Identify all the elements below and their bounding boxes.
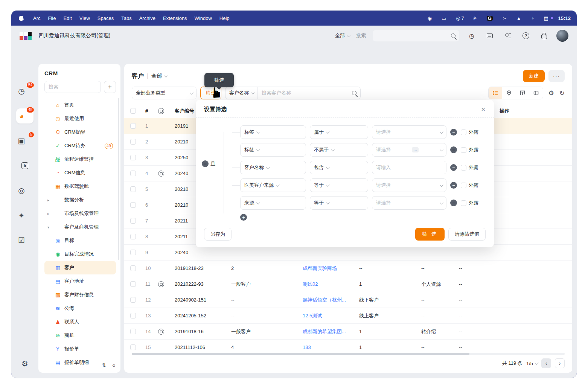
sidebar-item[interactable]: ▾ 客户及商机管理 [44,220,116,234]
expose-checkbox[interactable] [461,147,466,153]
sidebar-item[interactable]: ◔ CRM信息 [44,166,116,180]
menubar-item[interactable]: Spaces [94,14,117,22]
search-scope-select[interactable]: 全部 [335,32,349,39]
row-checkbox[interactable] [130,186,136,192]
and-connector[interactable]: − 且 [202,159,215,169]
menubar-status-icon[interactable]: ▭ [442,15,451,21]
menubar-item[interactable]: Tabs [117,14,135,22]
remove-condition-button[interactable]: − [450,200,457,206]
menubar-status-icon[interactable]: ◎ 7 [456,15,468,21]
row-checkbox[interactable] [130,171,136,176]
table-row[interactable]: 11 20210222-93 一般客户 测试02 1 个人资源 -- [124,276,572,292]
rail-item[interactable]: ◎ [16,183,34,198]
expose-toggle[interactable]: 外露 [461,182,486,189]
sidebar-item[interactable]: ⊚ 商机 [44,329,116,342]
expose-toggle[interactable]: 外露 [461,164,486,171]
rail-item[interactable]: ▣ 5 [16,133,34,148]
rail-item[interactable]: ◕ 49 [16,108,34,123]
remove-condition-button[interactable]: − [450,146,457,153]
more-button[interactable]: ··· [548,70,565,82]
row-checkbox[interactable] [130,155,136,160]
refresh-icon[interactable]: ↻ [559,89,565,97]
expose-checkbox[interactable] [461,183,466,188]
workbench-icon[interactable] [484,30,495,41]
column-settings-icon[interactable]: ⚙ [548,89,554,97]
new-button[interactable]: 新建 [523,70,545,82]
row-checkbox[interactable] [130,139,136,145]
row-checkbox[interactable] [130,123,136,129]
menubar-status-icon[interactable]: ▲ [516,15,526,21]
menubar-item[interactable]: Extensions [159,14,191,22]
menubar-item[interactable]: Arc [29,14,44,22]
sidebar-item[interactable]: ▸ 数据分析 [44,193,116,207]
contacts-icon[interactable] [502,30,513,41]
sidebar-item[interactable]: ≋ 公海 [44,302,116,315]
filter-value-input[interactable]: 请输入 [372,161,446,174]
sidebar-item[interactable]: ▥ 客户 [44,261,116,274]
filter-operator-select[interactable]: 包含 [310,161,368,174]
menubar-status-icon[interactable]: ▤ [544,15,553,21]
global-search-input[interactable] [373,30,459,41]
row-checkbox[interactable] [130,344,136,350]
table-row[interactable]: 13 20241205-152 -- 12.5测试 线上客户 -- -- [124,308,572,324]
remove-condition-button[interactable]: − [450,182,457,189]
menubar-item[interactable]: Window [191,14,216,22]
settings-gear-icon[interactable]: ⚙ [11,359,38,368]
row-checkbox[interactable] [130,202,136,208]
sidebar-item[interactable]: ◉ 目标完成情况 [44,247,116,261]
filter-value-input[interactable]: 请选择 … [372,143,446,157]
customer-name-link[interactable]: 成都新的希望集团... [303,328,346,335]
clear-filter-button[interactable]: 清除筛选值 [448,228,486,241]
select-all-checkbox[interactable] [130,108,136,114]
expose-toggle[interactable]: 外露 [461,129,486,136]
collapse-sidebar-icon[interactable]: « [112,362,115,368]
expose-checkbox[interactable] [461,165,466,171]
row-checkbox[interactable] [130,265,136,271]
add-condition-button[interactable]: + [240,214,247,221]
close-icon[interactable]: ✕ [481,106,486,113]
customer-name-link[interactable]: 133 [303,344,311,350]
rail-item[interactable]: ☑ [16,233,34,248]
filter-value-input[interactable]: 请选择 [372,178,446,192]
history-icon[interactable]: ◷ [466,30,477,41]
list-view-icon[interactable] [489,87,502,99]
filter-value-input[interactable]: 请选择 [372,125,446,139]
row-checkbox[interactable] [130,297,136,303]
menubar-status-icon[interactable]: G [487,15,497,21]
sidebar-item[interactable]: ▦ 数据驾驶舱 [44,180,116,193]
table-row[interactable]: 15 20211112-106 4 133 1 -- -- [124,340,572,351]
menubar-status-icon[interactable]: ✳ [473,15,481,21]
menubar-item[interactable]: Help [216,14,233,22]
expose-toggle[interactable]: 外露 [461,200,486,206]
menubar-item[interactable]: Edit [59,14,75,22]
filter-field-select[interactable]: 客户名称 [240,161,306,174]
menubar-item[interactable]: View [76,14,94,22]
rail-item[interactable]: ⌖ [16,208,34,223]
view-scope-select[interactable]: 全部 [151,73,167,79]
menubar-item[interactable]: File [44,14,60,22]
table-row[interactable]: 12 20240902-151 -- 黑神话悟空（杭州... 线下客户 -- -… [124,292,572,308]
search-field-select[interactable]: 客户名称 [225,87,258,99]
map-view-icon[interactable] [502,87,516,99]
sidebar-item[interactable]: Ω CRM提醒 [44,125,116,139]
row-checkbox[interactable] [130,281,136,287]
split-view-icon[interactable] [529,87,543,99]
filter-field-select[interactable]: 医美客户来源 [240,178,306,192]
filter-field-select[interactable]: 标签 [240,125,306,139]
customer-name-link[interactable]: 黑神话悟空（杭州... [303,297,346,303]
business-type-select[interactable]: 全部业务类型 [132,87,197,99]
save-as-button[interactable]: 另存为 [204,228,232,241]
sidebar-item[interactable]: ⌂ 首页 [44,98,116,112]
table-row[interactable]: 14 20191018-16 一般客户 成都新的希望集团... 1 转介绍 -- [124,324,572,340]
horizontal-scrollbar[interactable] [132,353,565,355]
sidebar-search-input[interactable]: 搜索 [44,81,101,93]
expose-checkbox[interactable] [461,130,466,135]
filter-operator-select[interactable]: 不属于 [310,143,368,157]
menubar-status-icon[interactable]: ◉ [428,15,436,21]
user-avatar[interactable] [556,30,568,42]
menubar-status-icon[interactable]: ➣ [503,15,511,21]
sidebar-item[interactable]: ◷ 最近使用 [44,112,116,125]
sidebar-item[interactable]: ▸ 市场及线索管理 [44,207,116,220]
row-checkbox[interactable] [130,218,136,224]
apple-icon[interactable] [17,15,26,21]
